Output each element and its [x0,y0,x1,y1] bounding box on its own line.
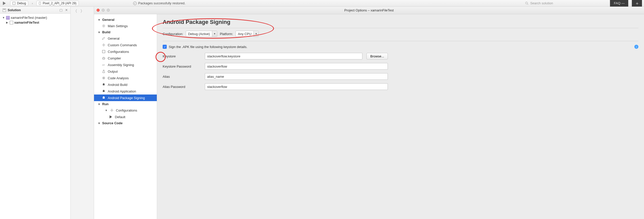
minimize-window-icon[interactable] [102,9,105,12]
device-chip[interactable]: Pixel_2_API_29 (API 29) [36,1,79,6]
dialog-main: Android Package Signing Configuration: D… [157,14,644,219]
triangle-down-icon: ▼ [105,109,108,112]
sidebar-item-label: Code Analysis [108,76,129,80]
alias-password-value: stackoverflow [207,85,227,89]
signature-icon [102,63,106,67]
undock-icon[interactable]: ▢ [59,8,63,12]
nav-forward-icon[interactable]: 〉 [80,9,84,14]
keystore-value: stackoverflow.keystore [207,54,240,58]
platform-value: Any CPU [236,32,253,36]
section-source-code-label: Source Code [102,121,122,125]
sidebar-item-run-default[interactable]: Default [94,114,157,120]
info-icon[interactable]: i [634,45,638,49]
flask-icon [102,69,106,73]
sidebar-item-android-application[interactable]: Android Application [94,88,157,95]
sidebar-item-label: Android Application [108,89,136,93]
alias-value: alias_name [207,75,224,79]
check-icon: ✓ [133,2,137,5]
svg-point-17 [104,84,104,84]
svg-rect-2 [39,2,41,4]
dialog-sidebar: ▼General Main Settings ▼Build General Cu… [94,14,157,219]
svg-point-8 [103,44,104,45]
restore-status: ✓ Packages successfully restored. [133,1,186,5]
faq-label: FAQ — [614,1,625,5]
sidebar-item-build-general[interactable]: General [94,35,157,42]
browse-button[interactable]: Browse... [366,53,388,59]
play-icon[interactable] [2,1,7,6]
solution-root-label: xamarinFileTest (master) [11,16,47,20]
close-icon[interactable]: ✕ [65,8,68,12]
project-label: xamarinFileTest [14,21,39,24]
sidebar-item-assembly-signing[interactable]: Assembly Signing [94,61,157,68]
keystore-password-value: stackoverflow [207,65,227,68]
svg-point-22 [111,109,112,111]
config-platform-row: Configuration: Debug (Active) ▼ Platform… [163,28,638,41]
zoom-window-icon[interactable] [107,9,110,12]
sidebar-item-label: Compiler [108,56,121,60]
alias-input[interactable]: alias_name [205,73,388,80]
keystore-label: Keystore [163,54,201,58]
solution-root-row[interactable]: ▼ xamarinFileTest (master) [1,15,69,20]
faq-button[interactable]: FAQ — [610,0,628,7]
close-window-icon[interactable] [97,9,100,12]
solution-tree: ▼ xamarinFileTest (master) ▶ xamarinFile… [0,14,70,26]
svg-point-21 [104,97,104,97]
section-source-code[interactable]: ▼Source Code [94,120,157,126]
android-icon [102,96,106,100]
sign-apk-checkbox[interactable]: ✓ [163,45,167,49]
sidebar-item-code-analysis[interactable]: Code Analysis [94,75,157,81]
svg-point-3 [526,2,528,4]
nav-back-icon[interactable]: 〈 [73,9,77,14]
solution-pane: Solution ▢ ✕ ▼ xamarinFileTest (master) … [0,7,71,219]
dialog-title: Project Options – xamarinFileTest [344,8,394,12]
svg-point-18 [103,90,103,91]
page-title: Android Package Signing [163,19,638,25]
target-icon [102,76,106,80]
svg-point-19 [104,90,104,91]
alias-label: Alias [163,75,201,79]
hammer-icon [102,36,106,40]
sidebar-item-android-build[interactable]: Android Build [94,81,157,88]
svg-point-20 [103,97,103,97]
search-solution-field[interactable]: Search solution [525,1,606,5]
project-row[interactable]: ▶ xamarinFileTest [1,20,69,25]
sidebar-item-label: Assembly Signing [108,63,134,67]
gear-icon [102,43,106,47]
platform-dropdown[interactable]: Any CPU ▼ [236,31,259,37]
keystore-password-input[interactable]: stackoverflow [205,63,388,70]
sidebar-item-run-configurations[interactable]: ▼ Configurations [94,107,157,114]
sidebar-item-label: Configurations [108,50,129,54]
configuration-dropdown[interactable]: Debug (Active) ▼ [186,31,217,37]
sidebar-item-compiler[interactable]: Compiler [94,55,157,61]
section-general-label: General [102,18,114,22]
add-button[interactable]: ＋ [632,0,642,7]
svg-point-11 [103,58,103,59]
project-icon [10,21,13,24]
sidebar-item-main-settings[interactable]: Main Settings [94,23,157,29]
section-general[interactable]: ▼General [94,17,157,23]
section-build[interactable]: ▼Build [94,29,157,35]
play-icon [109,115,113,119]
svg-point-7 [103,25,104,26]
build-config-chip[interactable]: Debug [10,1,28,6]
section-run-label: Run [102,102,109,106]
svg-rect-5 [3,9,6,12]
section-run[interactable]: ▼Run [94,101,157,107]
triangle-down-icon: ▼ [2,16,5,19]
sidebar-item-custom-commands[interactable]: Custom Commands [94,42,157,48]
sidebar-item-android-package-signing[interactable]: Android Package Signing [94,95,157,101]
sidebar-item-label: Android Build [108,83,127,87]
build-config-label: Debug [17,2,26,5]
platform-label: Platform: [220,32,233,36]
dialog-titlebar[interactable]: Project Options – xamarinFileTest [94,7,644,14]
alias-password-input[interactable]: stackoverflow [205,83,388,90]
android-icon [102,83,106,87]
keystore-password-label: Keystore Password [163,65,201,68]
triangle-right-icon: ▶ [6,21,9,24]
keystore-input[interactable]: stackoverflow.keystore [205,53,362,59]
sidebar-item-output[interactable]: Output [94,68,157,75]
sidebar-item-configurations[interactable]: Configurations [94,48,157,55]
svg-line-4 [527,4,528,5]
sign-apk-label: Sign the .APK file using the following k… [169,45,247,49]
svg-rect-9 [102,50,105,53]
